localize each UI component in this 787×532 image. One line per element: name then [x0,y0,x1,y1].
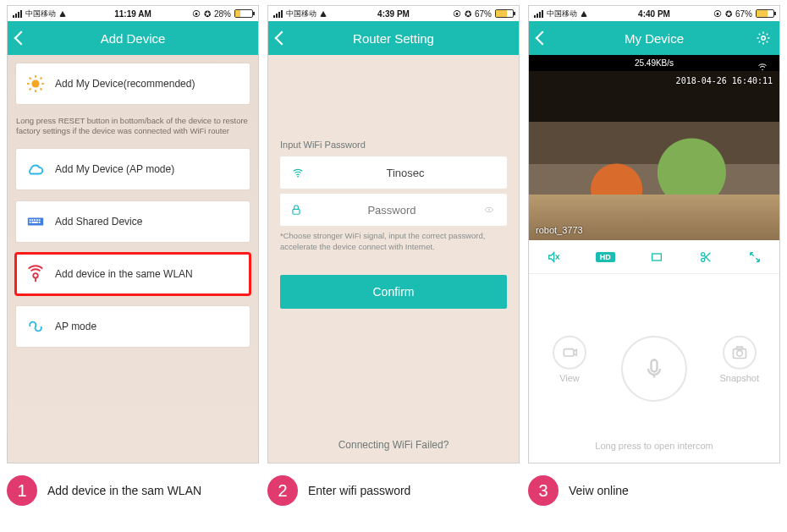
data-rate: 25.49KB/s [529,55,779,71]
sun-icon [26,74,45,93]
ssid-row[interactable]: Tinosec [280,156,507,189]
intercom-button[interactable] [621,336,687,402]
step-number: 2 [267,475,298,506]
keyboard-icon [26,212,45,231]
svg-rect-11 [31,219,33,221]
svg-point-18 [33,273,38,278]
snapshot-button[interactable]: Snapshot [720,335,759,382]
battery-icon [234,9,253,18]
card-label: Add Shared Device [55,216,142,228]
title-bar: Add Device [8,21,258,55]
wifi-icon [581,11,587,17]
page-title: Router Setting [353,31,434,46]
svg-rect-33 [564,348,574,355]
status-time: 11:19 AM [114,9,151,19]
wifi-icon [320,11,327,17]
camera-live-view[interactable]: 2018-04-26 16:40:11 robot_3773 [529,71,779,240]
wifi-failed-link[interactable]: Connecting WiFi Failed? [268,439,519,463]
gear-icon[interactable] [756,30,771,46]
status-bar: 中国移动 4:39 PM ⦿✪ 67% [268,6,519,21]
playback-icon [561,343,578,360]
card-same-wlan[interactable]: Add device in the same WLAN [16,254,250,294]
card-label: Add My Device (AP mode) [55,163,174,175]
svg-line-8 [41,78,42,80]
svg-point-23 [488,209,490,211]
svg-rect-10 [30,219,31,221]
wifi-icon [59,11,66,17]
battery-percent: 67% [735,9,752,19]
cloud-icon [26,160,45,178]
status-bar: 中国移动 4:40 PM ⦿✪ 67% [529,6,779,21]
svg-rect-13 [36,219,38,221]
page-title: Add Device [101,31,166,46]
mute-button[interactable] [547,250,560,264]
wifi-note: *Choose stronger WiFi signal, input the … [280,231,507,253]
ssid-value: Tinosec [314,167,497,179]
svg-rect-14 [39,219,41,221]
wifi-icon [290,167,305,178]
signal-icon [534,10,543,18]
caption-step-3: 3 Veiw online [528,475,780,506]
battery-percent: 67% [475,9,492,19]
eye-icon[interactable] [482,205,497,215]
wifi-password-label: Input WiFi Password [280,140,507,150]
hd-button[interactable]: HD [596,252,615,262]
svg-line-6 [41,89,42,90]
svg-line-5 [30,78,31,80]
card-label: Add device in the same WLAN [55,268,193,280]
back-icon[interactable] [14,31,29,46]
carrier-label: 中国移动 [286,8,316,19]
battery-icon [495,9,514,18]
svg-point-0 [31,80,39,87]
caption-step-1: 1 Add device in the sam WLAN [7,475,259,506]
card-label: Add My Device(recommended) [55,78,195,90]
carrier-label: 中国移动 [25,8,56,19]
battery-percent: 28% [214,9,231,19]
carrier-label: 中国移动 [547,8,577,19]
step-captions: 1 Add device in the sam WLAN 2 Enter wif… [0,463,787,506]
camera-timestamp: 2018-04-26 16:40:11 [676,76,773,85]
aspect-button[interactable] [650,250,663,264]
title-bar: My Device [529,21,779,55]
lock-icon [290,203,302,217]
card-label: AP mode [55,321,96,332]
svg-line-7 [30,89,31,90]
page-title: My Device [625,31,684,46]
svg-rect-16 [31,222,37,223]
card-add-shared[interactable]: Add Shared Device [16,201,250,242]
svg-point-24 [762,36,766,41]
card-ap-mode[interactable]: AP mode [16,306,250,347]
back-icon[interactable] [275,31,289,46]
screen-router-setting: 中国移动 4:39 PM ⦿✪ 67% Router Setting Input… [267,5,520,463]
control-bar: HD [529,240,779,274]
svg-rect-28 [652,254,662,261]
mic-icon [642,354,666,384]
step-text: Enter wifi password [308,484,410,497]
confirm-button[interactable]: Confirm [280,275,507,309]
intercom-hint: Long press to open intercom [529,441,779,451]
bottom-controls: View Snapshot Long press to open interco… [529,274,779,463]
stream-info-bar: 25.49KB/s [529,55,779,71]
card-ap-mode-device[interactable]: Add My Device (AP mode) [16,149,250,189]
svg-rect-21 [293,209,300,214]
status-time: 4:39 PM [377,9,410,19]
step-number: 1 [7,475,37,506]
camera-name: robot_3773 [536,225,583,235]
cut-button[interactable] [699,250,713,264]
card-add-my-device[interactable]: Add My Device(recommended) [16,63,250,104]
password-input[interactable] [311,204,473,217]
svg-rect-17 [39,222,41,223]
fullscreen-button[interactable] [748,250,762,264]
step-text: Veiw online [569,484,629,497]
back-icon[interactable] [536,31,550,46]
signal-icon [13,10,22,18]
signal-icon [273,10,283,18]
view-button[interactable]: View [553,335,586,382]
instruction-text: Long press RESET button in bottom/back o… [16,116,250,137]
step-number: 3 [528,475,559,506]
infinity-icon [26,317,45,336]
caption-step-2: 2 Enter wifi password [267,475,520,506]
svg-rect-37 [736,347,742,349]
title-bar: Router Setting [268,21,519,55]
password-row[interactable] [280,194,507,226]
